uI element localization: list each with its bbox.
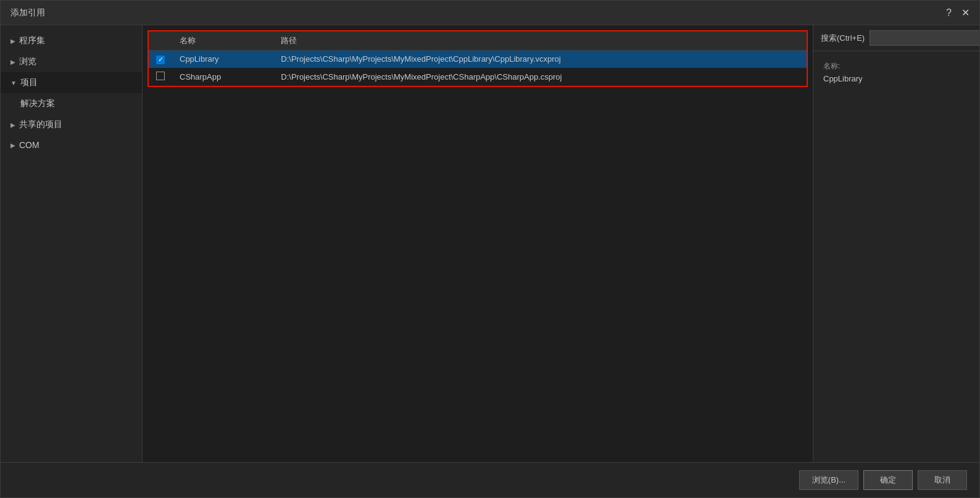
search-bar: 搜索(Ctrl+E) 🔍 xyxy=(813,25,979,51)
table-row[interactable]: ✓ CppLibrary D:\Projects\CSharp\MyProjec… xyxy=(148,51,807,68)
col-header-path[interactable]: 路径 xyxy=(273,31,807,51)
help-button[interactable]: ? xyxy=(946,7,952,19)
info-panel: 名称: CppLibrary xyxy=(813,51,979,93)
name-value: CppLibrary xyxy=(823,74,970,83)
row-path: D:\Projects\CSharp\MyProjects\MyMixedPro… xyxy=(273,51,807,68)
chevron-right-icon: ▶ xyxy=(10,38,15,44)
sidebar-item-shared[interactable]: ▶ 共享的项目 xyxy=(1,114,142,135)
sidebar-sub-item-label: 解决方案 xyxy=(20,98,55,108)
sidebar-item-solution[interactable]: 解决方案 xyxy=(1,93,142,114)
row-checkbox[interactable] xyxy=(156,72,165,80)
search-label: 搜索(Ctrl+E) xyxy=(821,33,865,44)
sidebar-item-label: 浏览 xyxy=(19,56,36,67)
sidebar-item-com[interactable]: ▶ COM xyxy=(1,135,142,155)
col-header-checkbox xyxy=(148,31,172,51)
title-controls: ? ✕ xyxy=(946,7,970,19)
sidebar: ▶ 程序集 ▶ 浏览 ▼ 项目 解决方案 ▶ 共享的项目 ▶ COM xyxy=(1,25,143,462)
chevron-right-icon: ▶ xyxy=(10,122,15,128)
chevron-down-icon: ▼ xyxy=(10,80,17,86)
table-row[interactable]: CSharpApp D:\Projects\CSharp\MyProjects\… xyxy=(148,68,807,86)
chevron-right-icon: ▶ xyxy=(10,59,15,65)
chevron-right-icon: ▶ xyxy=(10,142,15,149)
dialog-title: 添加引用 xyxy=(10,7,45,19)
sidebar-item-project[interactable]: ▼ 项目 xyxy=(1,72,142,93)
table-area: 名称 路径 ✓ CppLibrary D:\Projects\CSharp\My… xyxy=(143,25,813,462)
sidebar-item-label: 项目 xyxy=(20,77,38,88)
browse-button[interactable]: 浏览(B)... xyxy=(799,470,858,490)
reference-table: 名称 路径 ✓ CppLibrary D:\Projects\CSharp\My… xyxy=(147,30,808,87)
add-reference-dialog: 添加引用 ? ✕ ▶ 程序集 ▶ 浏览 ▼ 项目 解决方案 ▶ xyxy=(0,0,980,498)
main-content: 名称 路径 ✓ CppLibrary D:\Projects\CSharp\My… xyxy=(143,25,813,462)
row-name: CppLibrary xyxy=(172,51,273,68)
sidebar-item-label: 共享的项目 xyxy=(19,119,62,130)
row-checkbox-cell[interactable]: ✓ xyxy=(148,51,172,68)
cancel-button[interactable]: 取消 xyxy=(918,470,967,490)
dialog-body: ▶ 程序集 ▶ 浏览 ▼ 项目 解决方案 ▶ 共享的项目 ▶ COM xyxy=(1,25,979,462)
name-label: 名称: xyxy=(823,61,970,72)
sidebar-item-browse[interactable]: ▶ 浏览 xyxy=(1,51,142,72)
ok-button[interactable]: 确定 xyxy=(863,470,913,490)
sidebar-item-label: COM xyxy=(19,140,39,150)
sidebar-item-label: 程序集 xyxy=(19,35,45,46)
row-checkbox-cell[interactable] xyxy=(148,68,172,86)
row-path: D:\Projects\CSharp\MyProjects\MyMixedPro… xyxy=(273,68,807,86)
title-bar: 添加引用 ? ✕ xyxy=(1,1,979,25)
search-input[interactable] xyxy=(870,30,979,46)
row-checkbox[interactable]: ✓ xyxy=(156,56,165,64)
close-button[interactable]: ✕ xyxy=(961,7,970,19)
dialog-footer: 浏览(B)... 确定 取消 xyxy=(1,462,979,497)
row-name: CSharpApp xyxy=(172,68,273,86)
right-panel: 搜索(Ctrl+E) 🔍 名称: CppLibrary xyxy=(813,25,979,462)
sidebar-item-assemblies[interactable]: ▶ 程序集 xyxy=(1,30,142,51)
col-header-name[interactable]: 名称 xyxy=(172,31,273,51)
